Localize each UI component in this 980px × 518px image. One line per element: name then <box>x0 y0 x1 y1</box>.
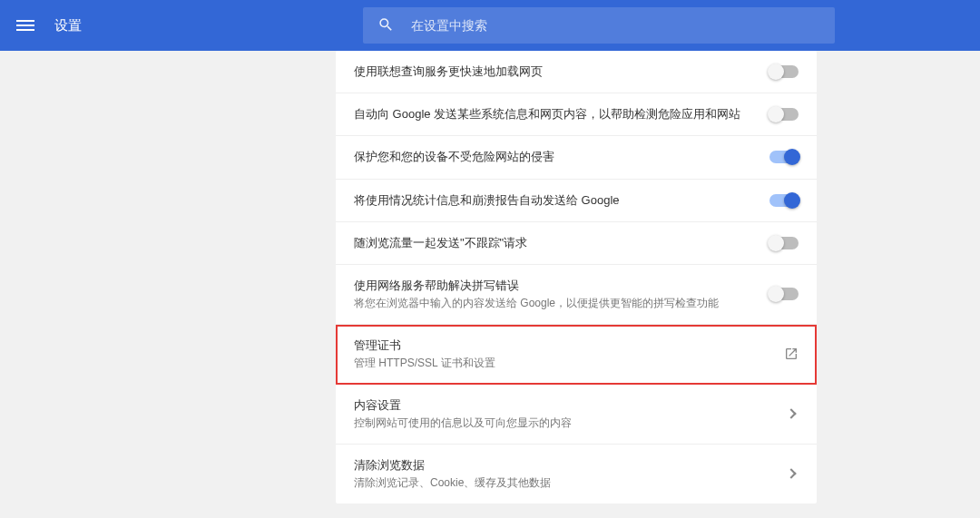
setting-title: 将使用情况统计信息和崩溃报告自动发送给 Google <box>354 192 769 209</box>
setting-subtitle: 控制网站可使用的信息以及可向您显示的内容 <box>354 415 788 431</box>
toggle-switch[interactable] <box>769 108 799 121</box>
clear-browsing-data-row[interactable]: 清除浏览数据 清除浏览记录、Cookie、缓存及其他数据 <box>336 445 817 503</box>
setting-title: 使用联想查询服务更快速地加载网页 <box>354 64 769 80</box>
passwords-section-label: 密码和表单 <box>336 503 817 518</box>
toggle-switch[interactable] <box>769 194 799 207</box>
app-header: 设置 <box>0 0 980 51</box>
setting-title: 内容设置 <box>354 397 788 414</box>
toggle-switch[interactable] <box>769 151 799 163</box>
safe-browsing-row[interactable]: 保护您和您的设备不受危险网站的侵害 <box>336 136 817 179</box>
do-not-track-row[interactable]: 随浏览流量一起发送"不跟踪"请求 <box>336 222 817 265</box>
setting-subtitle: 管理 HTTPS/SSL 证书和设置 <box>354 356 784 371</box>
toggle-switch[interactable] <box>769 237 799 249</box>
search-container[interactable] <box>363 7 835 44</box>
privacy-section-card: 使用联想查询服务更快速地加载网页 自动向 Google 发送某些系统信息和网页内… <box>336 51 817 503</box>
prediction-service-row[interactable]: 使用联想查询服务更快速地加载网页 <box>336 51 817 93</box>
safe-browsing-reporting-row[interactable]: 自动向 Google 发送某些系统信息和网页内容，以帮助检测危险应用和网站 <box>336 93 817 136</box>
setting-title: 保护您和您的设备不受危险网站的侵害 <box>354 149 769 165</box>
hamburger-menu-icon[interactable] <box>15 15 36 36</box>
setting-title: 使用网络服务帮助解决拼写错误 <box>354 278 769 294</box>
setting-title: 随浏览流量一起发送"不跟踪"请求 <box>354 235 769 251</box>
chevron-right-icon <box>786 409 796 419</box>
setting-subtitle: 将您在浏览器中输入的内容发送给 Google，以便提供更智能的拼写检查功能 <box>354 296 769 311</box>
usage-stats-row[interactable]: 将使用情况统计信息和崩溃报告自动发送给 Google <box>336 180 817 222</box>
manage-certificates-row[interactable]: 管理证书 管理 HTTPS/SSL 证书和设置 <box>336 325 817 385</box>
settings-content: 使用联想查询服务更快速地加载网页 自动向 Google 发送某些系统信息和网页内… <box>336 51 817 518</box>
toggle-switch[interactable] <box>769 288 799 300</box>
search-input[interactable] <box>411 18 821 33</box>
chevron-right-icon <box>786 469 796 479</box>
spellcheck-row[interactable]: 使用网络服务帮助解决拼写错误 将您在浏览器中输入的内容发送给 Google，以便… <box>336 265 817 325</box>
setting-title: 管理证书 <box>354 337 784 354</box>
setting-title: 清除浏览数据 <box>354 457 788 474</box>
content-settings-row[interactable]: 内容设置 控制网站可使用的信息以及可向您显示的内容 <box>336 385 817 445</box>
toggle-switch[interactable] <box>769 65 799 78</box>
external-link-icon <box>784 347 799 361</box>
setting-title: 自动向 Google 发送某些系统信息和网页内容，以帮助检测危险应用和网站 <box>354 106 769 122</box>
setting-subtitle: 清除浏览记录、Cookie、缓存及其他数据 <box>354 475 788 491</box>
search-icon <box>377 16 395 34</box>
page-title: 设置 <box>54 17 82 34</box>
